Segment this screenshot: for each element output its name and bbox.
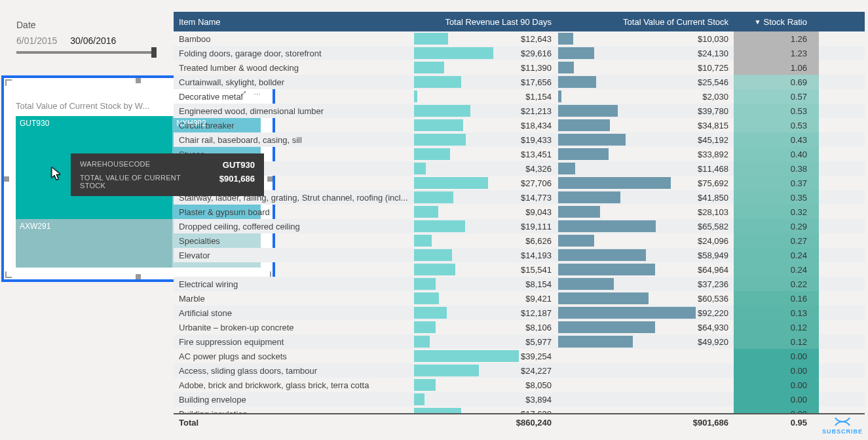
date-slider-thumb[interactable] <box>151 47 157 58</box>
cell-stock: $25,546 <box>557 75 734 89</box>
tooltip-value: GUT930 <box>223 160 255 170</box>
cell-stock: $41,850 <box>557 190 734 205</box>
cell-ratio: 0.38 <box>734 161 819 176</box>
cell-revenue: $15,541 <box>413 262 557 277</box>
cell-stock: $10,725 <box>557 60 734 75</box>
date-end[interactable]: 30/06/2016 <box>70 35 116 46</box>
resize-handle[interactable] <box>4 176 9 182</box>
subscribe-logo[interactable]: SUBSCRIBE <box>822 416 863 435</box>
date-label: Date <box>16 20 154 30</box>
cell-stock: $2,030 <box>557 89 734 104</box>
table-body[interactable]: Bamboo$12,643$10,0301.26Folding doors, g… <box>174 31 865 413</box>
table-row[interactable]: Artificial stone$12,187$92,2200.13 <box>174 306 865 320</box>
cell-revenue: $3,894 <box>413 392 557 407</box>
resize-handle[interactable] <box>5 79 12 86</box>
cell-item-name <box>174 262 413 277</box>
table-row[interactable]: Elevator$14,193$58,9490.24 <box>174 248 865 262</box>
table-row[interactable]: Building insulation$17,6380.00 <box>174 407 865 413</box>
treemap-cell[interactable]: AXW291 <box>16 219 172 268</box>
date-start[interactable]: 6/01/2015 <box>16 35 57 46</box>
cell-revenue: $4,326 <box>413 161 557 176</box>
cell-item-name: Adobe, brick and brickwork, glass brick,… <box>174 378 413 392</box>
table-row[interactable]: Engineered wood, dimensional lumber$21,2… <box>174 104 865 118</box>
cell-item-name: Folding doors, garage door, storefront <box>174 46 413 60</box>
table-row[interactable]: Stucco$13,451$33,8920.40 <box>174 147 865 161</box>
cell-ratio: 0.22 <box>734 277 819 291</box>
table-row[interactable]: Treated lumber & wood decking$11,390$10,… <box>174 60 865 75</box>
table-row[interactable]: Building envelope$3,8940.00 <box>174 392 865 407</box>
cell-revenue: $19,111 <box>413 219 557 233</box>
cell-stock: $45,192 <box>557 132 734 147</box>
th-ratio[interactable]: ▼ Stock Ratio <box>734 12 819 31</box>
cell-ratio: 0.69 <box>734 75 819 89</box>
cell-revenue: $12,643 <box>413 31 557 46</box>
cell-ratio: 0.00 <box>734 378 819 392</box>
cell-ratio: 0.32 <box>734 205 819 219</box>
cell-revenue: $5,977 <box>413 334 557 349</box>
table-row[interactable]: Marble$9,421$60,5360.16 <box>174 291 865 306</box>
cell-item-name: Urbanite – broken-up concrete <box>174 320 413 334</box>
th-ratio-label: Stock Ratio <box>764 17 807 27</box>
table-total-row: Total $860,240 $901,686 0.95 <box>174 413 865 430</box>
cell-stock: $92,220 <box>557 306 734 320</box>
table-row[interactable]: Fire suppression equipment$5,977$49,9200… <box>174 334 865 349</box>
resize-handle[interactable] <box>136 78 141 83</box>
dna-icon <box>834 416 851 427</box>
cell-revenue: $8,050 <box>413 378 557 392</box>
table-row[interactable]: Circuit breaker$18,434$34,8150.53 <box>174 118 865 132</box>
cell-item-name: Curtainwall, skylight, bollder <box>174 75 413 89</box>
cell-stock: $11,468 <box>557 161 734 176</box>
table-row[interactable]: Urbanite – broken-up concrete$8,106$64,9… <box>174 320 865 334</box>
cell-revenue: $19,433 <box>413 132 557 147</box>
cell-stock <box>557 407 734 413</box>
cell-stock: $10,030 <box>557 31 734 46</box>
table-row[interactable]: Curtainwall, skylight, bollder$17,656$25… <box>174 75 865 89</box>
cell-item-name: Plaster & gypsum board <box>174 205 413 219</box>
cell-ratio: 0.00 <box>734 349 819 363</box>
cell-stock: $60,536 <box>557 291 734 306</box>
table-row[interactable]: $15,541$64,9640.24 <box>174 262 865 277</box>
table-row[interactable]: Access, sliding glass doors, tambour$24,… <box>174 363 865 378</box>
sort-desc-icon: ▼ <box>755 18 761 26</box>
table-row[interactable]: Dropped ceiling, coffered ceiling$19,111… <box>174 219 865 233</box>
cell-revenue: $11,390 <box>413 60 557 75</box>
table-row[interactable]: Electrical wiring$8,154$37,2360.22 <box>174 277 865 291</box>
resize-handle[interactable] <box>136 274 141 279</box>
cell-stock: $49,920 <box>557 334 734 349</box>
cell-ratio: 0.12 <box>734 334 819 349</box>
cell-stock: $58,949 <box>557 248 734 262</box>
th-revenue[interactable]: Total Revenue Last 90 Days <box>413 12 557 31</box>
cell-stock: $65,582 <box>557 219 734 233</box>
table-row[interactable]: Chair rail, baseboard, casing, sill$19,4… <box>174 132 865 147</box>
cell-ratio: 0.57 <box>734 89 819 104</box>
table-row[interactable]: Adobe, brick and brickwork, glass brick,… <box>174 378 865 392</box>
table-row[interactable]: Stairway, ladder, railing, grating, Stru… <box>174 190 865 205</box>
table-row[interactable]: g, Panelling$27,706$75,6920.37 <box>174 176 865 190</box>
cell-revenue: $13,451 <box>413 147 557 161</box>
table-row[interactable]: Bamboo$12,643$10,0301.26 <box>174 31 865 46</box>
date-slider[interactable] <box>16 51 154 54</box>
table-row[interactable]: Plaster & gypsum board$9,043$28,1030.32 <box>174 205 865 219</box>
table-row[interactable]: Decorative metal$1,154$2,0300.57 <box>174 89 865 104</box>
cell-item-name: Access, sliding glass doors, tambour <box>174 363 413 378</box>
items-table[interactable]: Item Name Total Revenue Last 90 Days Tot… <box>174 12 865 433</box>
resize-handle[interactable] <box>5 271 12 278</box>
cell-item-name: Dropped ceiling, coffered ceiling <box>174 219 413 233</box>
table-row[interactable]: $4,326$11,4680.38 <box>174 161 865 176</box>
cell-revenue: $17,656 <box>413 75 557 89</box>
cell-stock: $28,103 <box>557 205 734 219</box>
table-row[interactable]: Folding doors, garage door, storefront$2… <box>174 46 865 60</box>
cell-ratio: 0.16 <box>734 291 819 306</box>
cell-ratio: 0.12 <box>734 320 819 334</box>
cell-ratio: 0.00 <box>734 407 819 413</box>
th-stock[interactable]: Total Value of Current Stock <box>557 12 734 31</box>
table-row[interactable]: AC power plugs and sockets$39,2540.00 <box>174 349 865 363</box>
th-item-name[interactable]: Item Name <box>174 12 413 31</box>
cell-stock: $37,236 <box>557 277 734 291</box>
cell-ratio: 0.35 <box>734 190 819 205</box>
cell-revenue: $27,706 <box>413 176 557 190</box>
total-revenue: $860,240 <box>413 418 557 428</box>
cell-revenue: $1,154 <box>413 89 557 104</box>
table-row[interactable]: Specialties$6,626$24,0960.27 <box>174 233 865 248</box>
date-slicer[interactable]: Date 6/01/2015 30/06/2016 <box>16 20 154 69</box>
